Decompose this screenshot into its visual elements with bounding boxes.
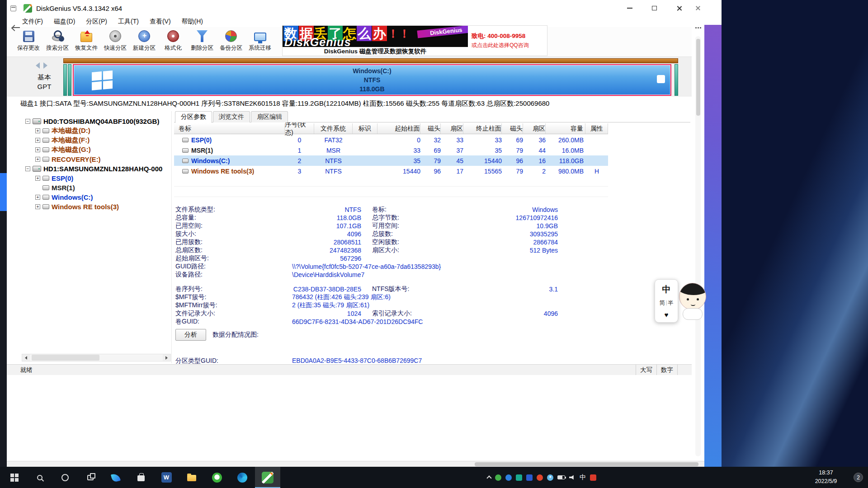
scroll-track[interactable]: [30, 354, 163, 361]
maximize-button[interactable]: [642, 0, 667, 16]
battery-icon[interactable]: [557, 475, 565, 479]
partition-windows-c[interactable]: Windows(C:) NTFS 118.0GB: [73, 64, 671, 96]
viewer-close-icon[interactable]: [695, 5, 701, 11]
ad-banner[interactable]: 数据丢了怎么办！！ DiskGenius DiskGenius DiskGeni…: [283, 26, 547, 56]
tree-horizontal-scrollbar[interactable]: [22, 354, 171, 361]
tree-expander[interactable]: [35, 157, 40, 162]
tray-icon-snowflake[interactable]: [547, 474, 553, 481]
tree-expander[interactable]: [35, 128, 40, 133]
tree-item-windows-c[interactable]: Windows(C:): [22, 192, 171, 202]
taskbar-app-explorer[interactable]: [179, 467, 204, 488]
tree-expander[interactable]: [35, 147, 40, 152]
tree-expander[interactable]: [25, 166, 30, 171]
tree-expander[interactable]: [25, 119, 30, 124]
taskbar-app-store[interactable]: [128, 467, 154, 488]
tree-item-local-f[interactable]: 本地磁盘(F:): [22, 136, 171, 145]
tree-item-local-d[interactable]: 本地磁盘(D:): [22, 126, 171, 136]
notification-badge[interactable]: 2: [854, 473, 863, 482]
tray-icon-green[interactable]: [495, 474, 501, 481]
taskbar-search-button[interactable]: [27, 467, 52, 488]
tree-item-hd0[interactable]: HD0:TOSHIBAMQ04ABF100(932GB): [22, 117, 171, 126]
hdd-icon: [33, 166, 41, 172]
vertical-scrollbar-thumb[interactable]: [696, 39, 700, 116]
tab-browse-files[interactable]: 浏览文件: [213, 111, 250, 122]
tree-item-hd1[interactable]: HD1:SAMSUNGMZNLN128HAHQ-000: [22, 164, 171, 174]
detail-row: 已用簇数:28068511 空闲簇数:2866784: [175, 238, 687, 246]
volume-icon[interactable]: [569, 475, 576, 480]
scroll-thumb[interactable]: [32, 355, 99, 361]
menu-view[interactable]: 查看(V): [144, 16, 176, 27]
new-partition-button[interactable]: 新建分区: [130, 27, 159, 56]
toolbar-label: 搜索分区: [46, 44, 69, 52]
taskbar-app-diskgenius[interactable]: [255, 467, 280, 488]
ime-float-widget[interactable]: 中 简半 ♥: [655, 279, 678, 323]
prev-disk-arrow-icon[interactable]: [36, 62, 40, 69]
tray-icon-red-square[interactable]: [590, 474, 596, 481]
table-row-windows-c-selected[interactable]: Windows(C:) 2 NTFS 35 79 45 15440 96 16 …: [174, 155, 608, 166]
tree-item-recovery-e[interactable]: RECOVERY(E:): [22, 155, 171, 164]
tray-icon-red[interactable]: [537, 474, 543, 481]
format-button[interactable]: 格式化: [159, 27, 188, 56]
scroll-left-button[interactable]: [22, 354, 30, 361]
tree-expander[interactable]: [35, 204, 40, 209]
tray-icon-blue[interactable]: [505, 474, 512, 481]
tree-expander[interactable]: [35, 138, 40, 143]
analyze-button[interactable]: 分析: [175, 329, 206, 341]
taskbar-app-edge[interactable]: [230, 467, 255, 488]
partition-msr-sliver[interactable]: [68, 64, 71, 96]
cortana-button[interactable]: [52, 467, 78, 488]
tree-item-esp[interactable]: ESP(0): [22, 174, 171, 183]
minimize-button[interactable]: [617, 0, 642, 16]
detail-label: 簇大小:: [175, 230, 196, 238]
menu-help[interactable]: 帮助(H): [176, 16, 208, 27]
status-ready: 就绪: [7, 366, 33, 374]
ime-indicator[interactable]: 中: [580, 474, 586, 482]
left-edge-accent: [0, 173, 7, 211]
tree-item-local-g[interactable]: 本地磁盘(G:): [22, 145, 171, 155]
horizontal-scrollbar[interactable]: [7, 461, 704, 467]
detail-label: 总簇数:: [372, 230, 393, 238]
taskbar-app-feather[interactable]: [103, 467, 128, 488]
system-migration-button[interactable]: 系统迁移: [245, 27, 274, 56]
horizontal-scrollbar-thumb[interactable]: [475, 462, 698, 466]
tree-item-windows-re[interactable]: Windows RE tools(3): [22, 202, 171, 211]
recover-files-button[interactable]: 恢复文件: [72, 27, 101, 56]
next-disk-arrow-icon[interactable]: [43, 62, 47, 69]
table-row-windows-re[interactable]: Windows RE tools(3) 3 NTFS 15440 96 17 1…: [174, 166, 608, 176]
menu-partition[interactable]: 分区(P): [80, 16, 113, 27]
detail-row-wide: $MFT簇号: 786432 (柱面:426 磁头:239 扇区:6): [175, 293, 687, 301]
taskbar-app-browser-green[interactable]: [204, 467, 230, 488]
store-icon: [137, 475, 145, 481]
close-button[interactable]: [667, 0, 692, 16]
viewer-more-icon[interactable]: [698, 27, 699, 28]
search-partition-button[interactable]: 搜索分区: [43, 27, 72, 56]
partition-esp-sliver[interactable]: [63, 64, 67, 96]
task-view-button[interactable]: [78, 467, 103, 488]
backup-partition-button[interactable]: 备份分区: [217, 27, 245, 56]
scroll-right-button[interactable]: [163, 354, 170, 361]
tree-expander[interactable]: [35, 176, 40, 181]
table-row-esp[interactable]: ESP(0) 0 FAT32 0 32 33 33 69 36 260.0MB: [174, 135, 608, 145]
tree-item-msr[interactable]: MSR(1): [22, 183, 171, 192]
tree-expander[interactable]: [35, 195, 40, 200]
partition-re-tools-sliver[interactable]: [675, 64, 678, 96]
delete-partition-button[interactable]: 删除分区: [188, 27, 217, 56]
tray-icon-blue-square[interactable]: [526, 474, 533, 481]
table-row-msr[interactable]: MSR(1) 1 MSR 33 69 37 35 79 44 16.0MB: [174, 145, 608, 155]
taskbar-app-word[interactable]: W: [154, 467, 179, 488]
quick-partition-button[interactable]: 快速分区: [101, 27, 130, 56]
tab-sector-editor[interactable]: 扇区编辑: [251, 111, 288, 122]
ad-qq-link[interactable]: 或点击此处选择QQ咨询: [472, 42, 543, 49]
menu-disk[interactable]: 磁盘(D): [48, 16, 80, 27]
tray-expand-icon[interactable]: [486, 475, 491, 480]
tree-label: Windows RE tools(3): [52, 203, 119, 211]
table-cell: 37: [441, 145, 463, 155]
tab-partition-parameters[interactable]: 分区参数: [175, 111, 212, 123]
taskbar-clock[interactable]: 18:37 2022/5/9: [806, 469, 846, 486]
back-button[interactable]: [10, 23, 22, 33]
start-button[interactable]: [2, 467, 27, 488]
tray-icon-teal[interactable]: [516, 474, 522, 481]
vertical-scrollbar[interactable]: [695, 36, 701, 456]
partition-detail-panel: 分区参数 浏览文件 扇区编辑 卷标 序号(状态) 文件系统 标识 起始柱面 磁头…: [174, 111, 690, 364]
menu-tools[interactable]: 工具(T): [113, 16, 144, 27]
